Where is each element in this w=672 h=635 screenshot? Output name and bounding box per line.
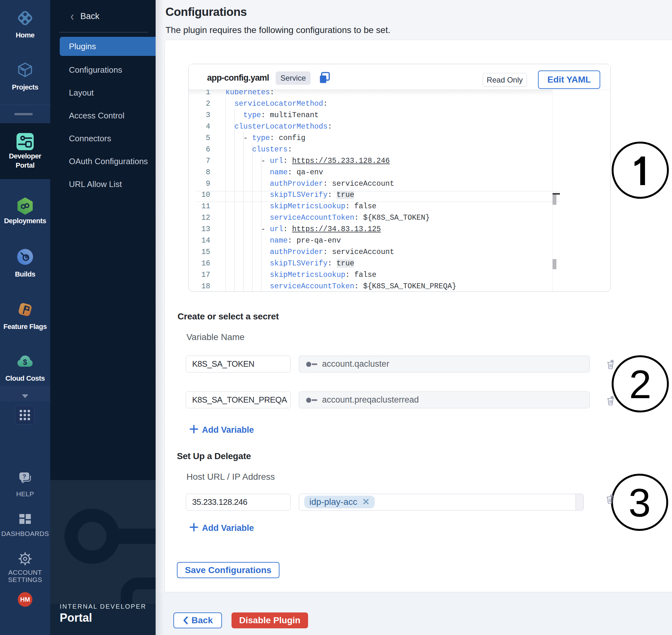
- svg-text:$: $: [23, 358, 27, 366]
- svg-text:?: ?: [23, 473, 26, 480]
